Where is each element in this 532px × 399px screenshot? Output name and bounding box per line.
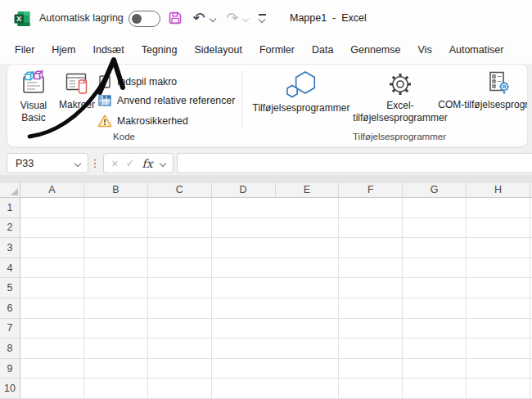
undo-button[interactable]: ↶ — [189, 8, 209, 28]
formula-input[interactable] — [177, 153, 532, 173]
formula-bar-spacer — [0, 175, 532, 183]
row-header-8[interactable]: 8 — [0, 338, 20, 359]
relative-references-label: Anvend relative referencer — [117, 95, 235, 106]
customize-quick-access-icon — [259, 14, 266, 22]
record-macro-label: Indspil makro — [117, 76, 177, 87]
select-all-corner[interactable] — [0, 183, 20, 198]
row-header-10[interactable]: 10 — [0, 379, 20, 399]
save-button[interactable] — [165, 8, 185, 28]
name-box[interactable]: P33 — [7, 153, 88, 173]
column-header-c[interactable]: C — [148, 183, 212, 197]
fx-dropdown-icon[interactable] — [160, 159, 166, 166]
visual-basic-button[interactable]: Visual Basic — [11, 69, 56, 123]
row-header-7[interactable]: 7 — [0, 319, 20, 339]
tab-tegning[interactable]: Tegning — [142, 44, 178, 56]
com-addins-icon — [485, 70, 512, 96]
tab-indsaet[interactable]: Indsæt — [92, 44, 124, 56]
undo-icon: ↶ — [192, 11, 205, 25]
addins-label: Tilføjelsesprogrammer — [253, 102, 350, 114]
relative-references-icon — [97, 93, 112, 108]
svg-text:X: X — [16, 14, 22, 23]
formula-bar-separator: ⋮ — [90, 153, 100, 173]
document-title: Mappe1 - Excel — [290, 12, 367, 24]
excel-addins-gear-icon — [387, 71, 413, 97]
row-header-1[interactable]: 1 — [0, 198, 20, 218]
formula-buttons: × ✓ fx — [103, 153, 174, 173]
tab-data[interactable]: Data — [312, 44, 333, 56]
macros-label: Makroer — [59, 99, 95, 111]
relative-references-button[interactable]: Anvend relative referencer — [97, 93, 235, 108]
redo-dropdown-icon[interactable] — [242, 16, 249, 22]
tab-sidelayout[interactable]: Sidelayout — [195, 44, 242, 56]
record-macro-icon — [97, 74, 112, 89]
macro-security-label: Makrosikkerhed — [117, 115, 188, 127]
select-all-triangle-icon — [11, 188, 18, 195]
toggle-knob — [132, 14, 142, 24]
redo-button[interactable]: ↷ — [223, 8, 242, 28]
save-icon — [168, 11, 183, 25]
sheet-cells[interactable] — [20, 198, 532, 399]
quick-access-customize-button[interactable] — [252, 8, 272, 28]
row-header-6[interactable]: 6 — [0, 298, 20, 319]
addins-group-label: Tilføjelsesprogrammer — [246, 132, 528, 141]
cancel-entry-icon[interactable]: × — [111, 158, 118, 169]
com-addins-label: COM-tilføjelsesprogrammer — [438, 99, 528, 111]
com-addins-button[interactable]: COM-tilføjelsesprogrammer — [436, 68, 528, 111]
addins-button[interactable]: Tilføjelsesprogrammer — [246, 68, 356, 114]
row-header-4[interactable]: 4 — [0, 258, 20, 279]
name-box-dropdown-icon — [74, 159, 81, 166]
visual-basic-label: Visual Basic — [11, 100, 56, 123]
tab-filer[interactable]: Filer — [15, 44, 34, 56]
column-headers: A B C D E F G H — [20, 183, 532, 198]
macro-security-warning-icon — [97, 114, 112, 128]
insert-function-icon[interactable]: fx — [142, 158, 153, 169]
name-box-value: P33 — [7, 158, 75, 169]
undo-dropdown-icon[interactable] — [210, 16, 216, 22]
row-header-9[interactable]: 9 — [0, 359, 20, 379]
autosave-label: Automatisk lagring — [39, 12, 124, 24]
column-header-e[interactable]: E — [276, 183, 340, 197]
column-header-a[interactable]: A — [20, 183, 84, 197]
tab-vis[interactable]: Vis — [418, 44, 432, 56]
column-header-g[interactable]: G — [403, 183, 467, 197]
tab-automatiser[interactable]: Automatiser — [449, 44, 504, 56]
visual-basic-icon — [20, 69, 47, 97]
excel-logo-icon: X — [14, 11, 30, 27]
confirm-entry-icon[interactable]: ✓ — [126, 158, 135, 168]
row-header-2[interactable]: 2 — [0, 218, 20, 239]
macro-security-button[interactable]: Makrosikkerhed — [97, 114, 188, 128]
tab-hjem[interactable]: Hjem — [52, 44, 75, 56]
row-header-3[interactable]: 3 — [0, 238, 20, 258]
macros-icon — [65, 71, 89, 96]
code-group-label: Kode — [7, 132, 241, 141]
column-header-h[interactable]: H — [467, 183, 530, 197]
group-divider — [241, 71, 242, 128]
record-macro-button[interactable]: Indspil makro — [97, 74, 177, 89]
title-bar: X Automatisk lagring ↶ ↷ Mappe1 - Excel — [0, 0, 532, 36]
autosave-toggle[interactable] — [128, 11, 160, 27]
tab-formler[interactable]: Formler — [259, 44, 295, 56]
column-header-d[interactable]: D — [212, 183, 276, 197]
tab-gennemse[interactable]: Gennemse — [350, 44, 400, 56]
addins-hexagons-icon — [284, 69, 318, 100]
column-header-f[interactable]: F — [339, 183, 403, 197]
row-header-5[interactable]: 5 — [0, 278, 20, 298]
column-header-b[interactable]: B — [84, 183, 148, 197]
redo-icon: ↷ — [226, 11, 238, 25]
macros-button[interactable]: Makroer — [56, 71, 97, 111]
row-headers: 1 2 3 4 5 6 7 8 9 10 — [0, 198, 20, 399]
ribbon-tab-bar: Filer Hjem Indsæt Tegning Sidelayout For… — [0, 36, 532, 64]
ribbon-panel: Visual Basic Makroer Indspil makro Anven… — [7, 64, 528, 147]
